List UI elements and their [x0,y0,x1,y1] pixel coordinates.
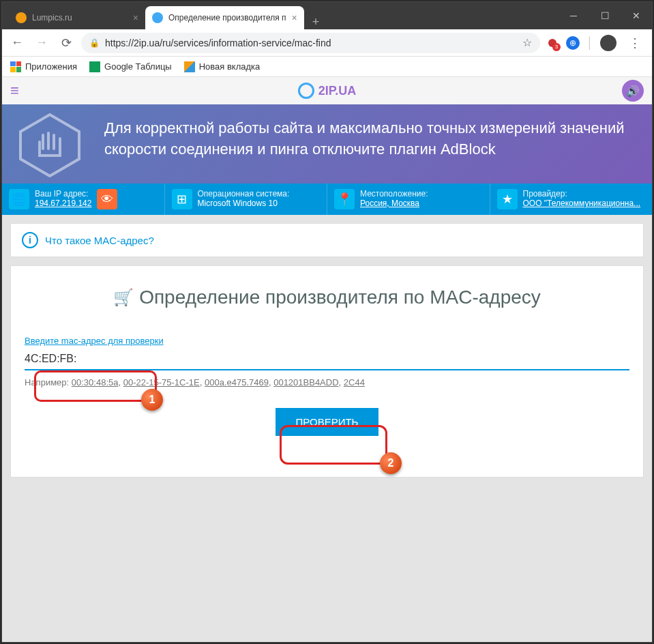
close-icon[interactable]: × [133,12,138,23]
profile-avatar[interactable] [600,35,616,51]
forward-button[interactable]: → [32,33,51,53]
main-card: 🛒 Определение производителя по MAC-адрес… [10,265,644,478]
titlebar: Lumpics.ru × Определение производителя п… [2,2,652,29]
star-icon[interactable]: ☆ [522,36,532,49]
page-title: 🛒 Определение производителя по MAC-адрес… [25,287,629,308]
os-value: Microsoft Windows 10 [198,199,278,208]
image-icon [184,61,195,72]
help-link[interactable]: Что такое MAC-адрес? [45,235,154,246]
bookmark-sheets[interactable]: Google Таблицы [89,61,172,72]
info-icon: i [22,232,38,248]
extension-icons: ⊕ │ ⋮ [546,35,646,51]
menu-button[interactable]: ⋮ [623,35,646,50]
ip-value[interactable]: 194.67.219.142 [35,199,91,208]
browser-window: Lumpics.ru × Определение производителя п… [1,1,653,643]
logo-icon [298,83,314,99]
sheets-icon [89,61,100,72]
new-tab-button[interactable]: + [304,15,328,29]
page-content: ≡ 2IP.UA 🔊 Для корректной работы сайта и… [2,77,652,642]
site-logo[interactable]: 2IP.UA [298,83,357,99]
apps-icon [10,61,21,72]
site-header: ≡ 2IP.UA 🔊 [2,77,652,104]
tab-strip: Lumpics.ru × Определение производителя п… [2,2,327,29]
lock-icon: 🔒 [89,38,100,48]
bookmarks-bar: Приложения Google Таблицы Новая вкладка [2,57,652,77]
input-label: Введите mac-адрес для проверки [25,336,629,346]
check-button[interactable]: ПРОВЕРИТЬ [276,408,379,436]
globe-icon: 🌐 [9,189,29,209]
info-isp: ★ Провайдер: ООО "Телекоммуникационна... [490,184,653,215]
bookmark-newtab[interactable]: Новая вкладка [184,61,261,72]
hamburger-icon[interactable]: ≡ [10,82,19,100]
adblock-banner: Для корректной работы сайта и максимальн… [2,104,652,184]
address-bar: ← → ⟳ 🔒 https://2ip.ua/ru/services/infor… [2,29,652,57]
example-link[interactable]: 2C44 [344,377,365,387]
tab-lumpics[interactable]: Lumpics.ru × [9,6,145,29]
url-text: https://2ip.ua/ru/services/information-s… [105,38,517,48]
tab-2ip[interactable]: Определение производителя п × [145,6,304,29]
example-text: Например: 00:30:48:5a, 00-22-15-75-1C-1E… [25,377,629,387]
info-bar: 🌐 Ваш IP адрес: 194.67.219.142 👁 ⊞ Опера… [2,184,652,215]
example-link[interactable]: 00:30:48:5a [72,377,119,387]
maximize-button[interactable]: ☐ [589,2,621,29]
mac-input[interactable] [25,349,629,370]
minimize-button[interactable]: ─ [558,2,589,29]
tab-title: Определение производителя п [168,13,286,23]
example-link[interactable]: 00-22-15-75-1C-1E [123,377,200,387]
extension-ublock-icon[interactable] [546,36,559,50]
favicon-icon [152,12,163,23]
sound-button[interactable]: 🔊 [622,80,644,102]
favicon-icon [16,12,27,23]
location-value[interactable]: Россия, Москва [360,199,419,208]
bookmark-apps[interactable]: Приложения [10,61,77,72]
tab-title: Lumpics.ru [32,13,72,23]
cart-icon: 🛒 [113,288,134,307]
svg-point-0 [548,39,556,47]
info-location: 📍 Местоположение: Россия, Москва [327,184,490,215]
annotation-badge-1: 1 [141,389,163,411]
banner-text: Для корректной работы сайта и максимальн… [104,118,638,160]
example-link[interactable]: 000a.e475.7469 [205,377,269,387]
hand-icon [16,111,84,179]
info-ip: 🌐 Ваш IP адрес: 194.67.219.142 👁 [2,184,165,215]
back-button[interactable]: ← [8,33,27,53]
hide-ip-icon[interactable]: 👁 [97,189,117,209]
reload-button[interactable]: ⟳ [57,33,76,53]
star-icon: ★ [497,189,518,209]
window-controls: ─ ☐ ✕ [558,2,652,29]
isp-value[interactable]: ООО "Телекоммуникационна... [523,199,641,208]
annotation-badge-2: 2 [380,452,402,474]
close-icon[interactable]: × [292,12,297,23]
windows-icon: ⊞ [172,189,192,209]
help-bar: i Что такое MAC-адрес? [10,223,644,257]
info-os: ⊞ Операционная система: Microsoft Window… [165,184,328,215]
pin-icon: 📍 [334,189,355,209]
close-button[interactable]: ✕ [621,2,652,29]
example-link[interactable]: 001201BB4ADD [273,377,338,387]
extension-globe-icon[interactable]: ⊕ [566,36,580,50]
url-field[interactable]: 🔒 https://2ip.ua/ru/services/information… [81,33,540,53]
